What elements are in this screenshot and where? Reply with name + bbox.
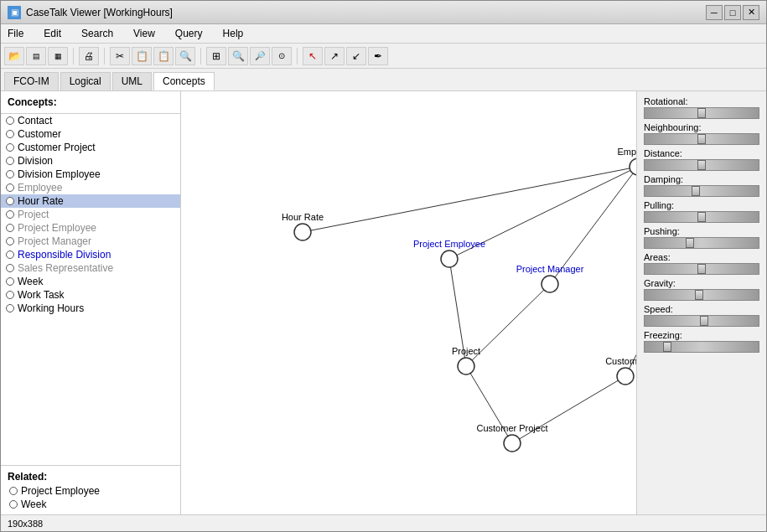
- toolbar-print[interactable]: 🖨: [79, 47, 99, 65]
- menu-item-query[interactable]: Query: [172, 26, 206, 41]
- item-circle-icon: [6, 304, 14, 312]
- toolbar-arrow2[interactable]: ↙: [346, 47, 366, 65]
- slider-track-1[interactable]: [644, 133, 759, 145]
- graph-node-ProjectManager[interactable]: Project Manager: [516, 264, 584, 292]
- graph-node-Employee[interactable]: Employee: [618, 147, 636, 175]
- toolbar-paste[interactable]: 📋: [153, 47, 174, 65]
- slider-thumb-5[interactable]: [686, 238, 694, 248]
- related-item-week[interactable]: Week: [4, 498, 177, 511]
- item-circle-icon: [6, 277, 14, 286]
- toolbar-arrow1[interactable]: ↗: [324, 47, 345, 65]
- sidebar-item-label: Hour Rate: [18, 195, 64, 207]
- slider-thumb-9[interactable]: [663, 342, 671, 352]
- tab-fco-im[interactable]: FCO-IM: [4, 72, 59, 90]
- slider-label-7: Gravity:: [644, 278, 759, 288]
- graph-node-ProjectEmployee[interactable]: Project Employee: [413, 239, 485, 267]
- maximize-button[interactable]: □: [724, 5, 741, 20]
- toolbar-cut[interactable]: ✂: [110, 47, 130, 65]
- sidebar-item-contact[interactable]: Contact: [1, 114, 180, 127]
- toolbar-zoom-in[interactable]: 🔍: [228, 47, 248, 65]
- slider-track-7[interactable]: [644, 289, 759, 301]
- item-circle-icon: [6, 197, 14, 205]
- toolbar-cursor[interactable]: ↖: [303, 47, 323, 65]
- sidebar-item-work-task[interactable]: Work Task: [1, 288, 180, 302]
- graph-node-Customer[interactable]: Customer: [605, 356, 636, 385]
- tab-concepts[interactable]: Concepts: [153, 72, 215, 90]
- node-circle: [542, 276, 558, 292]
- slider-label-1: Neighbouring:: [644, 122, 759, 132]
- sidebar-item-project[interactable]: Project: [1, 208, 180, 221]
- sidebar-item-working-hours[interactable]: Working Hours: [1, 302, 180, 315]
- graph-node-HourRate[interactable]: Hour Rate: [282, 212, 324, 240]
- main-content: Concepts: ContactCustomerCustomer Projec…: [1, 91, 766, 514]
- sidebar-item-label: Customer Project: [18, 142, 96, 153]
- menu-item-edit[interactable]: Edit: [40, 26, 65, 41]
- sidebar-item-hour-rate[interactable]: Hour Rate: [1, 194, 180, 208]
- slider-thumb-0[interactable]: [697, 108, 706, 118]
- sidebar-item-division[interactable]: Division: [1, 154, 180, 168]
- status-bar: 190x388: [1, 514, 766, 531]
- slider-row-9: Freezing:: [644, 330, 759, 353]
- slider-thumb-1[interactable]: [697, 134, 706, 144]
- slider-track-5[interactable]: [644, 237, 759, 249]
- slider-label-2: Distance:: [644, 148, 759, 158]
- toolbar-btn2[interactable]: ▤: [26, 47, 46, 65]
- slider-row-8: Speed:: [644, 304, 759, 327]
- slider-thumb-8[interactable]: [700, 316, 708, 326]
- toolbar-pen[interactable]: ✒: [368, 47, 388, 65]
- related-label: Related:: [4, 469, 177, 484]
- slider-label-6: Areas:: [644, 252, 759, 262]
- toolbar-find[interactable]: 🔍: [175, 47, 195, 65]
- related-item-project-employee[interactable]: Project Employee: [4, 484, 177, 498]
- close-button[interactable]: ✕: [743, 5, 759, 20]
- sidebar-item-project-manager[interactable]: Project Manager: [1, 235, 180, 248]
- sidebar-item-employee[interactable]: Employee: [1, 181, 180, 194]
- concepts-label: Concepts:: [4, 95, 177, 110]
- canvas-area[interactable]: EmployeeHour RateProject EmployeeSales R…: [181, 91, 636, 514]
- menu-item-help[interactable]: Help: [220, 26, 247, 41]
- node-circle: [617, 368, 634, 385]
- sidebar-item-week[interactable]: Week: [1, 275, 180, 288]
- toolbar-grid[interactable]: ⊞: [206, 47, 226, 65]
- sidebar-item-responsible-division[interactable]: Responsible Division: [1, 248, 180, 261]
- slider-track-4[interactable]: [644, 211, 759, 223]
- slider-thumb-3[interactable]: [692, 186, 700, 196]
- sidebar-item-customer-project[interactable]: Customer Project: [1, 141, 180, 154]
- toolbar-btn3[interactable]: ▦: [48, 47, 68, 65]
- sidebar-item-label: Customer: [18, 128, 61, 140]
- menu-bar: FileEditSearchViewQueryHelp: [1, 24, 766, 44]
- menu-item-view[interactable]: View: [130, 26, 158, 41]
- sidebar-item-division-employee[interactable]: Division Employee: [1, 168, 180, 181]
- window-title: CaseTalk Viewer [WorkingHours]: [26, 7, 173, 18]
- concepts-section: Concepts:: [1, 91, 180, 114]
- tab-logical[interactable]: Logical: [60, 72, 111, 90]
- menu-item-file[interactable]: File: [4, 26, 27, 41]
- toolbar-open[interactable]: 📂: [4, 47, 24, 65]
- graph-node-Project[interactable]: Project: [452, 346, 480, 374]
- tab-uml[interactable]: UML: [112, 72, 152, 90]
- sidebar-item-customer[interactable]: Customer: [1, 127, 180, 141]
- slider-label-5: Pushing:: [644, 226, 759, 236]
- toolbar-copy[interactable]: 📋: [132, 47, 152, 65]
- slider-track-2[interactable]: [644, 159, 759, 171]
- related-section: Related: Project EmployeeWeek: [1, 465, 180, 514]
- slider-track-3[interactable]: [644, 185, 759, 197]
- related-item-label: Week: [21, 498, 46, 510]
- minimize-button[interactable]: ─: [706, 5, 723, 20]
- slider-track-0[interactable]: [644, 107, 759, 119]
- toolbar-zoom-out[interactable]: 🔎: [250, 47, 270, 65]
- toolbar-zoom-fit[interactable]: ⊙: [272, 47, 292, 65]
- sidebar-item-sales-representative[interactable]: Sales Representative: [1, 261, 180, 275]
- item-circle-icon: [6, 210, 14, 219]
- slider-thumb-2[interactable]: [697, 160, 706, 170]
- menu-item-search[interactable]: Search: [78, 26, 117, 41]
- slider-thumb-4[interactable]: [697, 212, 706, 222]
- slider-thumb-6[interactable]: [697, 264, 706, 274]
- slider-track-8[interactable]: [644, 315, 759, 327]
- sidebar-item-label: Project Employee: [18, 222, 96, 234]
- sidebar-item-project-employee[interactable]: Project Employee: [1, 221, 180, 235]
- slider-track-9[interactable]: [644, 341, 759, 353]
- slider-track-6[interactable]: [644, 263, 759, 275]
- graph-node-CustomerProject[interactable]: Customer Project: [477, 423, 548, 452]
- slider-thumb-7[interactable]: [695, 290, 703, 300]
